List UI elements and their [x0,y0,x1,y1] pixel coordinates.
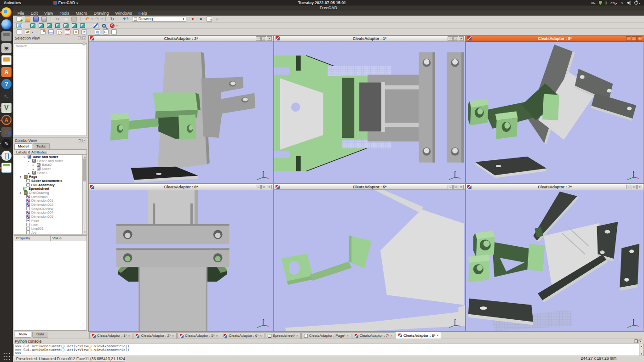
close-button[interactable]: × [459,185,464,189]
tree-item[interactable]: Spreadsheet [14,187,86,191]
close-panel-button[interactable]: × [82,139,86,142]
calc-icon[interactable] [1,163,12,173]
tab-cleatsadaptor-2[interactable]: CleatsAdaptor : 2*× [133,332,176,339]
tab-cleatsadaptor-6[interactable]: CleatsAdaptor : 6*× [221,332,264,339]
menu-drawing[interactable]: Drawing [93,11,109,16]
redo-dropdown[interactable]: ▾ [102,17,103,20]
insert-a3-button[interactable]: A3 [24,29,31,35]
clipping-dropdown[interactable]: ▾ [116,24,118,27]
tab-view[interactable]: View [15,332,31,338]
tab-data[interactable]: Data [32,332,48,338]
selection-list[interactable] [14,47,87,136]
expander-icon[interactable] [33,163,35,166]
open-browser-button[interactable] [94,29,101,35]
menu-tools[interactable]: Tools [59,11,69,16]
files-icon[interactable] [1,31,12,41]
expander-icon[interactable] [20,175,23,178]
tab-cleatsadaptor-page[interactable]: CleatsAdaptor : Page*× [301,332,351,339]
design-app-icon[interactable]: ✎ [1,139,12,149]
tree-item[interactable]: Slider [14,167,86,171]
macro-stop-button[interactable]: ■ [197,16,205,22]
mdi-window-cleatsadaptor-5[interactable]: CleatsAdaptor : 5* –□× [274,184,466,332]
console-scrollbar[interactable]: ▲▼ [639,344,643,356]
minimize-button[interactable]: – [448,36,453,41]
mdi-window-cleatsadaptor-8[interactable]: CleatsAdaptor : 8* –□× [466,35,644,184]
maximize-button[interactable]: □ [261,185,266,189]
rhythmbox-icon[interactable] [1,43,12,53]
tree-item[interactable]: Line001 [14,226,86,231]
network-icon[interactable]: ↑↓ [621,1,623,4]
minimize-button[interactable]: – [256,36,261,41]
system-tray[interactable]: ⊕▾ ᛒ en₁▾ ↑↓ ◀)) ▾ [591,1,640,5]
close-panel-button[interactable]: × [638,339,642,343]
menu-file[interactable]: File [17,11,24,16]
thunderbird-icon[interactable] [1,19,12,29]
maximize-button[interactable]: □ [632,185,637,189]
mdi-window-cleatsadaptor-1[interactable]: CleatsAdaptor : 1* –□× [274,35,466,184]
tab-cleatsadaptor-8[interactable]: CleatsAdaptor : 8*× [396,332,441,339]
menu-windows[interactable]: Windows [115,11,132,16]
tree-scrollbar[interactable]: ▲▼ [82,155,86,234]
minimize-button[interactable]: – [256,185,261,189]
gray-body[interactable] [342,74,419,141]
close-button[interactable]: × [637,185,642,189]
macro-record-button[interactable]: ● [189,16,196,22]
close-button[interactable]: × [459,36,464,41]
tree-item[interactable]: Dimension002 [14,203,86,207]
view-bottom-button[interactable] [70,23,78,28]
tab-cleatsadaptor-1[interactable]: CleatsAdaptor : 1*× [89,332,132,339]
open-button[interactable] [24,16,31,22]
measure-button[interactable] [92,23,99,28]
insert-view-button[interactable] [39,29,46,35]
mdi-window-cleatsadaptor-7[interactable]: CleatsAdaptor : 7* –□× [466,184,644,332]
tree-item[interactable]: Base2 and slider [14,159,86,163]
viewport-3d-scene[interactable] [466,42,644,183]
maximize-button[interactable]: □ [453,185,458,189]
tree-item[interactable]: Shape2DView [14,207,86,211]
close-button[interactable]: × [267,185,272,189]
close-button[interactable]: × [267,36,272,41]
macro-edit-button[interactable] [206,16,213,22]
minimize-button[interactable]: – [626,185,631,189]
undo-dropdown[interactable]: ▾ [92,17,93,20]
float-panel-button[interactable]: ❐ [78,36,81,40]
view-front-button[interactable] [37,23,45,28]
menu-edit[interactable]: Edit [31,11,38,16]
tree-item[interactable]: Arc [14,231,86,234]
draft-view-button[interactable] [72,29,80,35]
tab-cleatsadaptor-7[interactable]: CleatsAdaptor : 7*× [352,332,395,339]
app-menu[interactable]: FreeCAD ▾ [53,0,78,5]
viewport-3d-scene[interactable] [89,42,273,183]
menu-macro[interactable]: Macro [75,11,87,16]
input-language-indicator[interactable]: en₁▾ [610,1,617,5]
backups-icon[interactable]: A [1,115,12,125]
expander-icon[interactable] [20,191,23,194]
viewport-3d-scene[interactable] [466,190,644,331]
close-icon[interactable]: × [216,334,218,337]
close-icon[interactable]: × [391,334,392,337]
tree-item[interactable]: Point [14,219,86,223]
activities-button[interactable]: Activities [4,0,21,5]
phone-app-icon[interactable] [1,151,12,161]
tab-spreadsheet[interactable]: Spreadsheet*× [265,332,301,339]
paste-button[interactable] [70,16,78,22]
ubuntu-software-icon[interactable]: A [1,67,12,77]
tree-item[interactable]: Dimension004 [14,211,86,215]
view-top-button[interactable] [46,23,53,28]
viewport-3d-scene[interactable] [274,190,465,331]
expander-icon[interactable] [23,155,26,158]
save-button[interactable] [32,16,40,22]
clipping-button[interactable] [109,23,116,28]
show-apps-icon[interactable] [2,352,11,360]
view-left-button[interactable] [79,23,86,28]
mdi-window-cleatsadaptor-6[interactable]: CleatsAdaptor : 6* –□× [88,184,274,332]
annotation-button[interactable] [47,29,55,35]
close-button[interactable]: × [637,36,642,41]
new-file-button[interactable] [16,16,23,22]
spreadsheet-view-button[interactable] [64,29,71,35]
tree-item[interactable]: Base1 [14,171,86,175]
tree-item[interactable]: Slider axonometric [14,179,86,183]
a3-dropdown[interactable]: ▾ [32,31,33,34]
close-icon[interactable]: × [296,334,298,337]
viewport-3d-scene[interactable] [89,190,273,331]
